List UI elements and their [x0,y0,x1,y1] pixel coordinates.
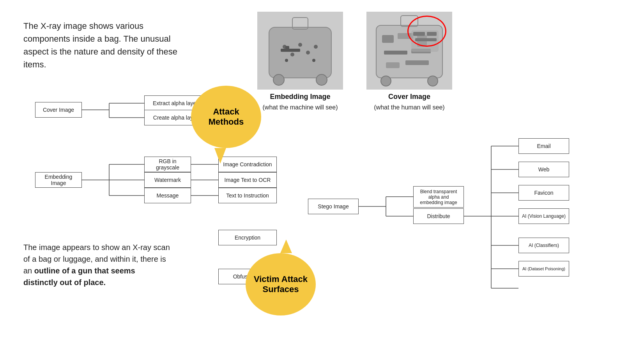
stego-image-box: Stego Image [308,199,359,214]
image-text-ocr-box: Image Text to OCR [218,172,277,188]
victim-attack-surfaces-label: Victim Attack Surfaces [249,274,312,294]
bottom-text-bold: outline of a gun that seems distinctly o… [23,266,135,287]
svg-point-11 [312,59,315,62]
svg-point-9 [314,45,318,49]
rgb-grayscale-box: RGB in grayscale [144,157,191,172]
diagram-area: Cover Image Extract alpha layer Create a… [23,82,628,335]
svg-point-8 [306,51,310,55]
attack-methods-label: Attack Methods [195,107,257,127]
ai-classifiers-box: AI (Classifiers) [518,238,569,253]
svg-rect-12 [281,49,300,52]
svg-rect-29 [415,38,437,41]
svg-point-6 [290,53,294,56]
blend-alpha-box: Blend transparent alpha and embedding im… [413,186,464,208]
svg-point-10 [285,59,288,62]
favicon-box: Favicon [518,185,569,201]
message-box: Message [144,188,191,203]
ai-vision-box: AI (Vision Language) [518,208,569,224]
cover-xray-image [366,12,452,90]
svg-rect-1 [269,27,331,78]
embedding-xray-image [257,12,343,90]
cover-image-box: Cover Image [35,102,82,118]
victim-attack-surfaces-bubble: Victim Attack Surfaces [246,253,316,315]
svg-rect-28 [427,32,437,36]
svg-rect-13 [285,46,289,52]
encryption-box: Encryption [218,230,277,245]
distribute-box: Distribute [413,208,464,224]
attack-methods-bubble: Attack Methods [191,86,261,148]
text-instruction-box: Text to Instruction [218,188,277,203]
email-box: Email [518,138,569,154]
web-box: Web [518,162,569,177]
main-page: The X-ray image shows various components… [0,0,644,363]
embedding-image-box: Embedding Image [35,172,82,188]
svg-rect-27 [413,32,425,36]
svg-rect-25 [405,60,429,65]
svg-rect-20 [398,33,413,39]
svg-point-7 [298,43,302,47]
ai-dataset-box: AI (Dataset Poisoning) [518,261,569,277]
image-contradiction-box: Image Contradiction [218,157,277,172]
svg-rect-24 [386,62,400,68]
top-left-description: The X-ray image shows various components… [23,19,179,71]
watermark-box: Watermark [144,172,191,188]
svg-rect-19 [382,35,394,43]
bottom-left-description: The image appears to show an X-ray scan … [23,241,172,288]
svg-rect-22 [384,51,407,55]
